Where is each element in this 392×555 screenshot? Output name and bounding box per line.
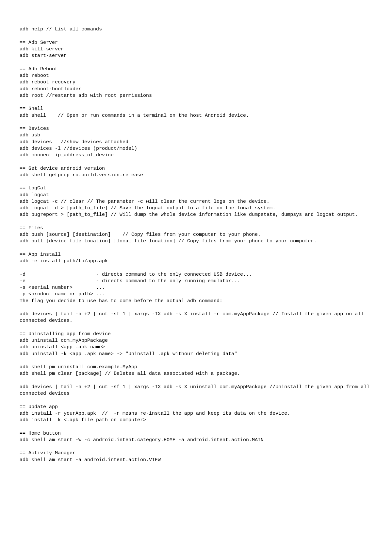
code-content: adb help // List all comands == Adb Serv… bbox=[20, 26, 372, 463]
